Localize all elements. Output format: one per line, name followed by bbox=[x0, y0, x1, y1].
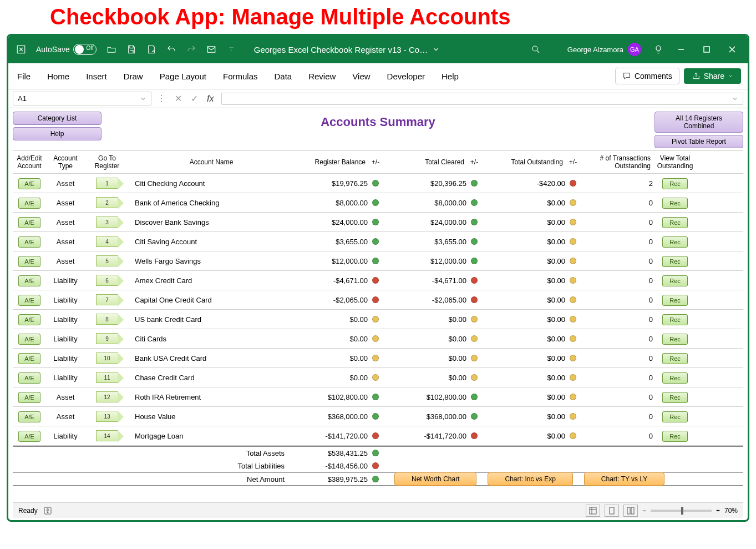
goto-register-button[interactable]: 11 bbox=[96, 372, 118, 383]
tab-page-layout[interactable]: Page Layout bbox=[158, 68, 209, 84]
minimize-button[interactable] bbox=[670, 38, 692, 61]
autosave-toggle[interactable]: AutoSave bbox=[33, 44, 100, 55]
zoom-slider[interactable] bbox=[651, 510, 712, 512]
name-box[interactable]: A1 bbox=[13, 92, 151, 105]
toggle-switch[interactable] bbox=[73, 44, 97, 55]
tab-view[interactable]: View bbox=[350, 68, 372, 84]
status-dot bbox=[570, 432, 576, 439]
add-edit-button[interactable]: A/E bbox=[18, 275, 40, 286]
register-balance: $368,000.00 bbox=[290, 412, 368, 421]
zoom-in-button[interactable]: + bbox=[716, 507, 720, 515]
combined-registers-button[interactable]: All 14 Registers Combined bbox=[654, 112, 743, 133]
tab-formulas[interactable]: Formulas bbox=[221, 68, 260, 84]
goto-register-button[interactable]: 9 bbox=[96, 333, 118, 344]
redo-icon[interactable] bbox=[183, 41, 200, 58]
goto-register-button[interactable]: 4 bbox=[96, 236, 118, 247]
tab-file[interactable]: File bbox=[15, 68, 33, 84]
category-list-button[interactable]: Category List bbox=[13, 112, 102, 125]
add-edit-button[interactable]: A/E bbox=[18, 198, 40, 209]
add-edit-button[interactable]: A/E bbox=[18, 236, 40, 248]
ty-vs-ly-chart-button[interactable]: Chart: TY vs LY bbox=[584, 472, 664, 486]
goto-register-button[interactable]: 12 bbox=[96, 391, 118, 402]
total-outstanding: $0.00 bbox=[482, 296, 565, 304]
accessibility-icon[interactable] bbox=[43, 506, 52, 515]
rec-button[interactable]: Rec bbox=[662, 295, 688, 306]
total-cleared: $0.00 bbox=[383, 354, 466, 362]
cancel-icon[interactable]: ✕ bbox=[171, 93, 185, 104]
rec-button[interactable]: Rec bbox=[662, 411, 688, 422]
add-edit-button[interactable]: A/E bbox=[18, 372, 40, 384]
tab-developer[interactable]: Developer bbox=[385, 68, 427, 84]
enter-icon[interactable]: ✓ bbox=[187, 93, 201, 104]
more-icon[interactable]: ⋮ bbox=[154, 93, 169, 104]
help-button[interactable]: Help bbox=[13, 127, 102, 140]
fx-icon[interactable]: fx bbox=[204, 94, 217, 104]
goto-register-button[interactable]: 7 bbox=[96, 294, 118, 305]
saveas-icon[interactable] bbox=[143, 41, 160, 58]
open-icon[interactable] bbox=[103, 41, 120, 58]
goto-register-button[interactable]: 6 bbox=[96, 275, 118, 286]
tab-draw[interactable]: Draw bbox=[121, 68, 145, 84]
register-balance: $0.00 bbox=[290, 315, 368, 324]
lightbulb-icon[interactable] bbox=[650, 41, 667, 58]
page-layout-view-button[interactable] bbox=[605, 505, 619, 517]
qat-dropdown-icon[interactable] bbox=[223, 41, 240, 58]
user-account[interactable]: George Alzamora GA bbox=[567, 43, 641, 56]
undo-icon[interactable] bbox=[163, 41, 180, 58]
zoom-out-button[interactable]: − bbox=[642, 507, 646, 515]
rec-button[interactable]: Rec bbox=[662, 334, 688, 345]
formula-input[interactable] bbox=[221, 93, 743, 105]
add-edit-button[interactable]: A/E bbox=[18, 411, 40, 422]
add-edit-button[interactable]: A/E bbox=[18, 256, 40, 267]
close-button[interactable] bbox=[721, 38, 743, 61]
rec-button[interactable]: Rec bbox=[662, 392, 688, 403]
add-edit-button[interactable]: A/E bbox=[18, 178, 40, 189]
save-icon[interactable] bbox=[123, 41, 140, 58]
add-edit-button[interactable]: A/E bbox=[18, 314, 40, 325]
goto-register-button[interactable]: 5 bbox=[96, 255, 118, 266]
add-edit-button[interactable]: A/E bbox=[18, 431, 40, 442]
tab-data[interactable]: Data bbox=[272, 68, 294, 84]
search-icon[interactable] bbox=[527, 41, 544, 58]
goto-register-button[interactable]: 10 bbox=[96, 352, 118, 364]
comments-button[interactable]: Comments bbox=[615, 68, 679, 84]
goto-register-button[interactable]: 2 bbox=[96, 197, 118, 208]
rec-button[interactable]: Rec bbox=[662, 353, 688, 364]
tab-review[interactable]: Review bbox=[306, 68, 338, 84]
tab-home[interactable]: Home bbox=[45, 68, 72, 84]
pivot-report-button[interactable]: Pivot Table Report bbox=[654, 135, 743, 148]
add-edit-button[interactable]: A/E bbox=[18, 295, 40, 306]
document-title[interactable]: Georges Excel Checkbook Register v13 - C… bbox=[254, 45, 440, 54]
status-dot bbox=[471, 335, 478, 342]
tab-insert[interactable]: Insert bbox=[84, 68, 109, 84]
mail-icon[interactable] bbox=[203, 41, 220, 58]
rec-button[interactable]: Rec bbox=[662, 236, 688, 248]
maximize-button[interactable] bbox=[696, 38, 718, 61]
page-break-view-button[interactable] bbox=[623, 505, 638, 517]
normal-view-button[interactable] bbox=[586, 505, 600, 517]
rec-button[interactable]: Rec bbox=[662, 314, 688, 325]
networth-chart-button[interactable]: Net Worth Chart bbox=[394, 472, 476, 486]
zoom-level[interactable]: 70% bbox=[724, 507, 738, 515]
add-edit-button[interactable]: A/E bbox=[18, 392, 40, 403]
add-edit-button[interactable]: A/E bbox=[18, 334, 40, 345]
account-type: Liability bbox=[46, 315, 85, 324]
inc-vs-exp-chart-button[interactable]: Chart: Inc vs Exp bbox=[488, 472, 572, 486]
rec-button[interactable]: Rec bbox=[662, 256, 688, 267]
rec-button[interactable]: Rec bbox=[662, 431, 688, 442]
rec-button[interactable]: Rec bbox=[662, 275, 688, 286]
rec-button[interactable]: Rec bbox=[662, 198, 688, 209]
goto-register-button[interactable]: 3 bbox=[96, 216, 118, 228]
add-edit-button[interactable]: A/E bbox=[18, 353, 40, 364]
rec-button[interactable]: Rec bbox=[662, 178, 688, 189]
tab-help[interactable]: Help bbox=[439, 68, 461, 84]
goto-register-button[interactable]: 14 bbox=[96, 430, 118, 441]
register-balance: $8,000.00 bbox=[290, 199, 368, 207]
rec-button[interactable]: Rec bbox=[662, 217, 688, 228]
goto-register-button[interactable]: 8 bbox=[96, 314, 118, 325]
add-edit-button[interactable]: A/E bbox=[18, 217, 40, 228]
goto-register-button[interactable]: 1 bbox=[96, 178, 118, 189]
share-button[interactable]: Share bbox=[684, 68, 741, 84]
goto-register-button[interactable]: 13 bbox=[96, 411, 118, 422]
rec-button[interactable]: Rec bbox=[662, 372, 688, 384]
